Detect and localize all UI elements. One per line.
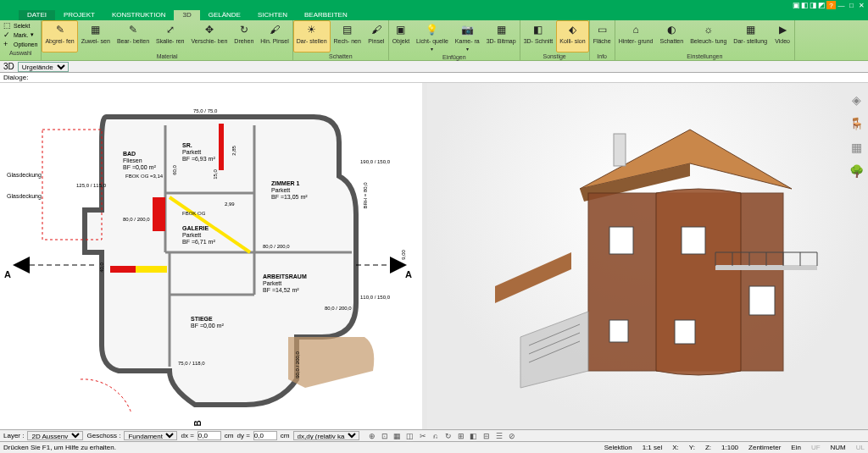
close-button[interactable]: ✕ [857, 1, 866, 9]
palette-icon[interactable]: ▦ [848, 139, 865, 156]
dy-lbl: dy = [237, 432, 250, 439]
abgreifen-button[interactable]: ✎Abgrei- fen [42, 20, 77, 52]
dx-lbl: dx = [181, 432, 193, 439]
title-icon-2[interactable]: ◧ [801, 1, 809, 9]
svg-rect-19 [614, 134, 626, 166]
schatten-einst-button[interactable]: ◐Schatten [657, 20, 687, 52]
label-glasdeckung-1: Glasdeckung [7, 172, 42, 179]
room-galerie-name: GALERIE [182, 225, 209, 232]
tb-icon-9[interactable]: ◧ [468, 431, 480, 441]
dim-8: 75,0 / 75,0 [193, 108, 217, 113]
edit-icon: ✎ [125, 22, 141, 37]
minimize-button[interactable]: — [837, 1, 846, 9]
layer-select[interactable]: 2D Aussenv [27, 431, 83, 440]
coord-mode-select[interactable]: dx,dy (relativ ka [293, 431, 359, 440]
help-button[interactable]: ? [826, 1, 836, 9]
tab-konstruktion[interactable]: KONSTRUKTION [103, 10, 175, 20]
darstellung-button[interactable]: ▦Dar- stellung [730, 20, 771, 52]
status-x: X: [672, 444, 679, 451]
room-zimmer1-surface: Parkett [271, 187, 290, 194]
tb-icon-11[interactable]: ☰ [493, 431, 505, 441]
tb-icon-7[interactable]: ↻ [442, 431, 454, 441]
tab-3d[interactable]: 3D [174, 10, 199, 20]
3d-bitmap-button[interactable]: ▦3D- Bitmap [483, 20, 520, 53]
kollision-button[interactable]: ⬖Kolli- sion [556, 20, 588, 52]
tb-icon-5[interactable]: ✂ [417, 431, 429, 441]
layers-icon[interactable]: ◈ [848, 91, 865, 108]
label-glasdeckung-2: Glasdeckung [7, 193, 42, 200]
floorplan-pane[interactable]: Glasdeckung Glasdeckung A A B BAD Fliese… [0, 83, 422, 429]
svg-rect-8 [110, 266, 136, 273]
room-galerie-fbok: FBOK OG [182, 210, 205, 217]
optionen-button[interactable]: +Optionen [2, 40, 39, 48]
kamera-button[interactable]: 📷Kame- ra▾ [452, 20, 483, 53]
hin-pinsel-button[interactable]: 🖌Hin. Pinsel [257, 20, 292, 52]
status-scale1: 1:1 sel [643, 444, 663, 451]
geschoss-select[interactable]: Fundament [124, 431, 177, 440]
bearbeiten-button[interactable]: ✎Bear- beiten [114, 20, 153, 52]
dx-input[interactable] [198, 431, 221, 440]
status-z: Z: [705, 444, 711, 451]
rechnen-button[interactable]: ▤Rech- nen [331, 20, 364, 52]
tb-icon-4[interactable]: ◫ [404, 431, 416, 441]
dy-input[interactable] [253, 431, 277, 440]
svg-rect-9 [136, 266, 148, 273]
tab-projekt[interactable]: PROJEKT [55, 10, 103, 20]
title-icon-4[interactable]: ◩ [818, 1, 826, 9]
video-button[interactable]: ▶Video [771, 20, 794, 52]
tab-sichten[interactable]: SICHTEN [249, 10, 296, 20]
video-icon: ▶ [775, 22, 790, 37]
tab-bearbeiten[interactable]: BEARBEITEN [296, 10, 356, 20]
objekt-button[interactable]: ▣Objekt [389, 20, 413, 53]
view-tool-icons: ◈ 🪑 ▦ 🌳 [848, 91, 865, 180]
room-bad-fbok: FBOK OG =3,14 [125, 173, 163, 180]
status-selektion: Selektion [604, 444, 632, 451]
geschoss-lbl: Geschoss : [86, 432, 120, 439]
tb-icon-3[interactable]: ▦ [392, 431, 403, 441]
lichtquelle-button[interactable]: 💡Licht- quelle▾ [413, 20, 452, 53]
flaeche-button[interactable]: ▭Fläche [590, 20, 615, 52]
dim-16: 40,0 [99, 262, 104, 273]
menu-file[interactable]: DATEI [19, 10, 55, 20]
dim-4: 110,0 / 150,0 [360, 295, 390, 300]
tb-icon-12[interactable]: ⊘ [506, 431, 518, 441]
scene-select[interactable]: Urgelände [18, 62, 69, 72]
3d-view-pane[interactable]: ◈ 🪑 ▦ 🌳 [427, 83, 868, 429]
status-num: NUM [831, 444, 846, 451]
ribbon: ⬚Selekt ✓Mark.▾ +Optionen Auswahl ✎Abgre… [0, 20, 868, 61]
status-hint: Drücken Sie F1, um Hilfe zu erhalten. [3, 444, 116, 451]
status-y: Y: [689, 444, 695, 451]
maximize-button[interactable]: □ [847, 1, 856, 9]
svg-rect-25 [609, 320, 628, 342]
tb-icon-10[interactable]: ⊟ [481, 431, 492, 441]
group-sonstige-label: Sonstige [520, 52, 589, 60]
mark-button[interactable]: ✓Mark.▾ [2, 30, 39, 39]
zuweisen-button[interactable]: ▦Zuwei- sen [78, 20, 114, 52]
3d-house-model [478, 117, 826, 405]
skalieren-button[interactable]: ⤢Skalie- ren [153, 20, 187, 52]
pinsel-button[interactable]: 🖌Pinsel [364, 20, 388, 52]
tb-icon-1[interactable]: ⊕ [366, 431, 378, 441]
title-icon-3[interactable]: ◨ [810, 1, 817, 9]
furniture-icon[interactable]: 🪑 [848, 115, 865, 132]
title-icon-1[interactable]: ▣ [793, 1, 800, 9]
mode-label: 3D [3, 62, 14, 71]
svg-rect-11 [219, 124, 224, 170]
bitmap-icon: ▦ [493, 22, 509, 37]
tb-icon-6[interactable]: ⎌ [430, 431, 442, 441]
beleuchtung-button[interactable]: ☼Beleuch- tung [687, 20, 730, 52]
tb-icon-8[interactable]: ⊞ [455, 431, 467, 441]
tab-gelaende[interactable]: GELÄNDE [200, 10, 249, 20]
darstellen-button[interactable]: ☀Dar- stellen [293, 20, 331, 52]
select-button[interactable]: ⬚Selekt [2, 21, 39, 30]
drehen-button[interactable]: ↻Drehen [231, 20, 257, 52]
3d-schnitt-button[interactable]: ◧3D- Schnitt [520, 20, 557, 52]
verschieben-button[interactable]: ✥Verschie- ben [188, 20, 231, 52]
background-icon: ⌂ [628, 22, 643, 37]
layer-lbl: Layer : [3, 432, 24, 439]
hintergrund-button[interactable]: ⌂Hinter- grund [615, 20, 657, 52]
status-ein: Ein [791, 444, 801, 451]
tree-icon[interactable]: 🌳 [848, 163, 865, 180]
menu-bar: DATEI PROJEKT KONSTRUKTION 3D GELÄNDE SI… [0, 10, 868, 20]
tb-icon-2[interactable]: ⊡ [379, 431, 391, 441]
